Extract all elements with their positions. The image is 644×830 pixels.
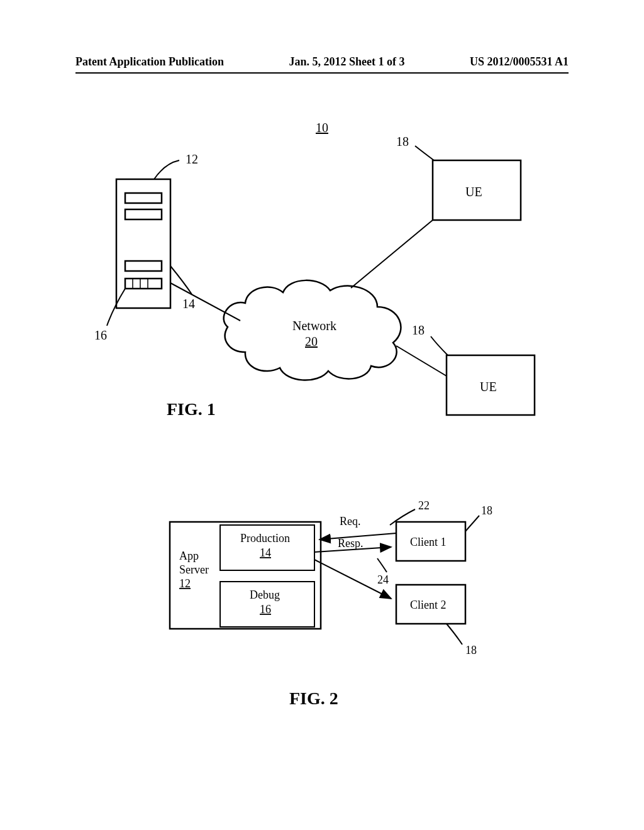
client2-ref: 18 (465, 644, 477, 656)
debug-label: Debug (250, 589, 280, 601)
header-left: Patent Application Publication (75, 55, 224, 69)
header-center: Jan. 5, 2012 Sheet 1 of 3 (289, 55, 405, 69)
fig1-ue-top-ref: 18 (396, 135, 409, 148)
app-server-label-1: App (179, 550, 199, 562)
fig1-network-label: Network (292, 319, 336, 333)
svg-line-12 (396, 346, 447, 376)
figures-svg: 10 12 (57, 101, 587, 767)
fig1-caption: FIG. 1 (167, 399, 216, 419)
debug-ref: 16 (260, 603, 271, 616)
ue-top: UE (433, 160, 521, 220)
page-header: Patent Application Publication Jan. 5, 2… (75, 55, 569, 69)
fig2-caption: FIG. 2 (289, 689, 338, 708)
svg-rect-3 (125, 261, 162, 271)
app-server-ref: 12 (179, 577, 191, 590)
ue-bottom: UE (447, 355, 535, 415)
resp-label: Resp. (338, 537, 364, 550)
client2-label: Client 2 (410, 599, 447, 611)
network-cloud: Network 20 (224, 280, 401, 380)
req-ref: 22 (418, 499, 430, 512)
header-rule (75, 72, 569, 74)
figure-2: App Server 12 Production 14 Debug 16 Cli… (170, 499, 492, 708)
fig1-production-slot-ref: 14 (182, 297, 195, 311)
fig1-ue-top-label: UE (465, 185, 482, 199)
fig1-network-ref: 20 (305, 335, 318, 348)
svg-rect-4 (125, 279, 162, 289)
resp-ref: 24 (377, 573, 389, 586)
fig1-ue-bottom-label: UE (480, 380, 497, 394)
svg-rect-1 (125, 193, 162, 203)
page: Patent Application Publication Jan. 5, 2… (0, 0, 644, 830)
figure-1: 10 12 (94, 121, 535, 419)
svg-line-8 (170, 283, 240, 321)
app-server-label-2: Server (179, 563, 209, 576)
req-label: Req. (340, 515, 361, 528)
client1-ref: 18 (481, 504, 492, 517)
fig1-server-ref: 12 (186, 152, 198, 166)
fig1-debug-slot-ref: 16 (94, 328, 107, 342)
production-label: Production (240, 532, 290, 545)
fig1-ue-bottom-ref: 18 (412, 323, 425, 337)
figure-area: 10 12 (57, 101, 587, 767)
header-right: US 2012/0005531 A1 (470, 55, 569, 69)
fig1-system-ref: 10 (316, 121, 328, 135)
svg-rect-2 (125, 209, 162, 219)
client1-label: Client 1 (410, 536, 447, 548)
production-ref: 14 (260, 546, 271, 559)
svg-line-10 (351, 220, 433, 288)
